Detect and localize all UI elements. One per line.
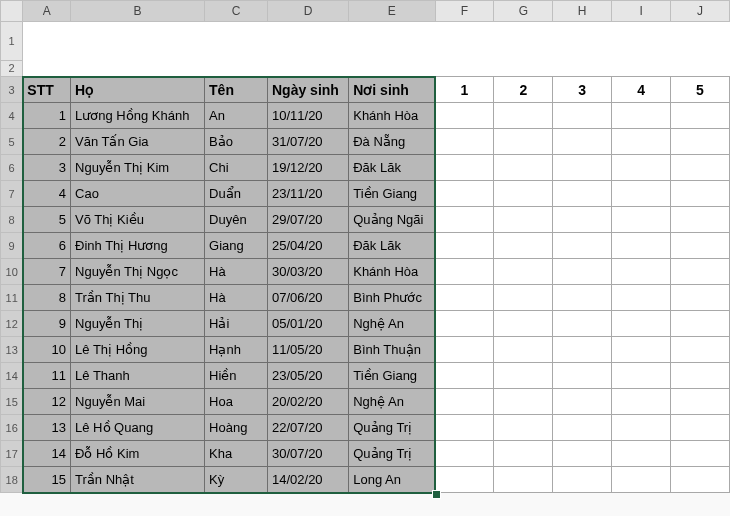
cell-G15[interactable] — [494, 389, 553, 415]
cell-C13[interactable]: Hạnh — [205, 337, 268, 363]
cell-D16[interactable]: 22/07/20 — [268, 415, 349, 441]
cell-A15[interactable]: 12 — [23, 389, 71, 415]
row-3[interactable]: 3 STT Họ Tên Ngày sinh Nơi sinh 1 2 3 4 … — [1, 77, 730, 103]
cell-G9[interactable] — [494, 233, 553, 259]
cell-E11[interactable]: Bình Phước — [349, 285, 435, 311]
cell-H6[interactable] — [553, 155, 612, 181]
cell-J5[interactable] — [671, 129, 730, 155]
cell-C7[interactable]: Duẩn — [205, 181, 268, 207]
table-row[interactable]: 129Nguyễn ThịHải05/01/20Nghệ An — [1, 311, 730, 337]
row-header-8[interactable]: 8 — [1, 207, 23, 233]
cell-G7[interactable] — [494, 181, 553, 207]
cell-H11[interactable] — [553, 285, 612, 311]
cell-G4[interactable] — [494, 103, 553, 129]
cell-D13[interactable]: 11/05/20 — [268, 337, 349, 363]
cell-C4[interactable]: An — [205, 103, 268, 129]
cell-G6[interactable] — [494, 155, 553, 181]
cell-F17[interactable] — [435, 441, 494, 467]
cell-I15[interactable] — [612, 389, 671, 415]
cell-B8[interactable]: Võ Thị Kiều — [71, 207, 205, 233]
cell-E8[interactable]: Quảng Ngãi — [349, 207, 435, 233]
cell-I18[interactable] — [612, 467, 671, 493]
row-header-12[interactable]: 12 — [1, 311, 23, 337]
cell-E9[interactable]: Đăk Lăk — [349, 233, 435, 259]
cell-A7[interactable]: 4 — [23, 181, 71, 207]
cell-I9[interactable] — [612, 233, 671, 259]
cell-I7[interactable] — [612, 181, 671, 207]
cell-I13[interactable] — [612, 337, 671, 363]
cell-F15[interactable] — [435, 389, 494, 415]
cell-B16[interactable]: Lê Hồ Quang — [71, 415, 205, 441]
cell-H18[interactable] — [553, 467, 612, 493]
cell-A5[interactable]: 2 — [23, 129, 71, 155]
cell-J11[interactable] — [671, 285, 730, 311]
col-header-C[interactable]: C — [205, 1, 268, 22]
cell-B7[interactable]: Cao — [71, 181, 205, 207]
row-header-7[interactable]: 7 — [1, 181, 23, 207]
cell-C3[interactable]: Tên — [205, 77, 268, 103]
cell-G13[interactable] — [494, 337, 553, 363]
cell-D3[interactable]: Ngày sinh — [268, 77, 349, 103]
cell-G16[interactable] — [494, 415, 553, 441]
cell-H15[interactable] — [553, 389, 612, 415]
cell-A4[interactable]: 1 — [23, 103, 71, 129]
row-header-5[interactable]: 5 — [1, 129, 23, 155]
cell-J15[interactable] — [671, 389, 730, 415]
cell-J12[interactable] — [671, 311, 730, 337]
cell-I14[interactable] — [612, 363, 671, 389]
cell-J7[interactable] — [671, 181, 730, 207]
cell-F10[interactable] — [435, 259, 494, 285]
cell-H12[interactable] — [553, 311, 612, 337]
table-row[interactable]: 41Lương Hồng KhánhAn10/11/20Khánh Hòa — [1, 103, 730, 129]
cell-D15[interactable]: 20/02/20 — [268, 389, 349, 415]
cell-I12[interactable] — [612, 311, 671, 337]
cell-H8[interactable] — [553, 207, 612, 233]
table-row[interactable]: 1310Lê Thị HồngHạnh11/05/20Bình Thuận — [1, 337, 730, 363]
grid-table[interactable]: A B C D E F G H I J 1 2 3 STT Họ Tên Ngà… — [0, 0, 730, 493]
table-row[interactable]: 118Trần Thị ThuHà07/06/20Bình Phước — [1, 285, 730, 311]
cell-J10[interactable] — [671, 259, 730, 285]
cell-H10[interactable] — [553, 259, 612, 285]
cell-B5[interactable]: Văn Tấn Gia — [71, 129, 205, 155]
cell-I16[interactable] — [612, 415, 671, 441]
cell-E17[interactable]: Quảng Trị — [349, 441, 435, 467]
cell-A10[interactable]: 7 — [23, 259, 71, 285]
cell-J6[interactable] — [671, 155, 730, 181]
cell-B17[interactable]: Đỗ Hồ Kim — [71, 441, 205, 467]
col-header-E[interactable]: E — [349, 1, 435, 22]
cell-F8[interactable] — [435, 207, 494, 233]
cell-D7[interactable]: 23/11/20 — [268, 181, 349, 207]
cell-A12[interactable]: 9 — [23, 311, 71, 337]
cell-H7[interactable] — [553, 181, 612, 207]
cell-I5[interactable] — [612, 129, 671, 155]
cell-G14[interactable] — [494, 363, 553, 389]
cell-H14[interactable] — [553, 363, 612, 389]
cell-E7[interactable]: Tiền Giang — [349, 181, 435, 207]
cell-E12[interactable]: Nghệ An — [349, 311, 435, 337]
cell-A3[interactable]: STT — [23, 77, 71, 103]
cell-A16[interactable]: 13 — [23, 415, 71, 441]
row-header-2[interactable]: 2 — [1, 60, 23, 77]
cell-B6[interactable]: Nguyễn Thị Kim — [71, 155, 205, 181]
col-header-J[interactable]: J — [671, 1, 730, 22]
row-1[interactable]: 1 — [1, 22, 730, 61]
spreadsheet[interactable]: A B C D E F G H I J 1 2 3 STT Họ Tên Ngà… — [0, 0, 730, 516]
cell-F5[interactable] — [435, 129, 494, 155]
cell-G3[interactable]: 2 — [494, 77, 553, 103]
col-header-I[interactable]: I — [612, 1, 671, 22]
cell-C9[interactable]: Giang — [205, 233, 268, 259]
table-row[interactable]: 1411Lê ThanhHiền23/05/20Tiền Giang — [1, 363, 730, 389]
cell-B14[interactable]: Lê Thanh — [71, 363, 205, 389]
cell-D18[interactable]: 14/02/20 — [268, 467, 349, 493]
cell-C12[interactable]: Hải — [205, 311, 268, 337]
cell-D6[interactable]: 19/12/20 — [268, 155, 349, 181]
cell-E14[interactable]: Tiền Giang — [349, 363, 435, 389]
table-row[interactable]: 1512Nguyễn MaiHoa20/02/20Nghệ An — [1, 389, 730, 415]
cell-A9[interactable]: 6 — [23, 233, 71, 259]
cell-F16[interactable] — [435, 415, 494, 441]
cell-H17[interactable] — [553, 441, 612, 467]
cell-G5[interactable] — [494, 129, 553, 155]
row-header-18[interactable]: 18 — [1, 467, 23, 493]
cell-F6[interactable] — [435, 155, 494, 181]
cell-E4[interactable]: Khánh Hòa — [349, 103, 435, 129]
